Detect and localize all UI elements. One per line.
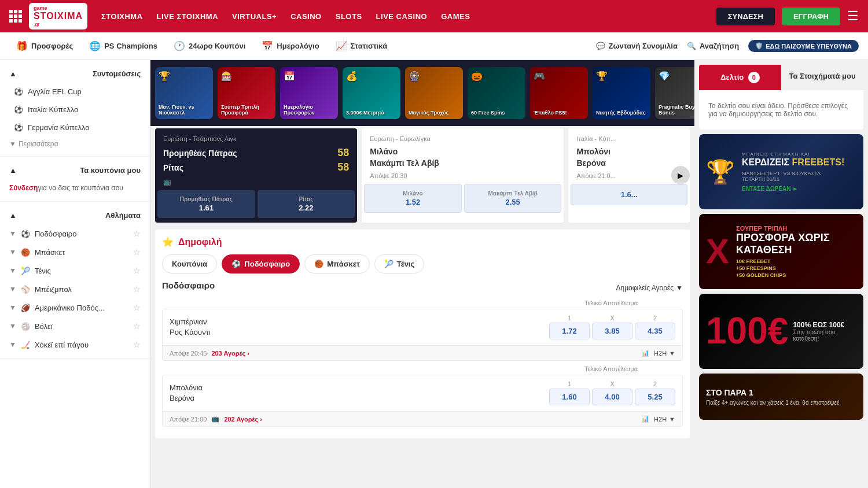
nav-virtuals[interactable]: VIRTUALS+ [232,12,277,21]
fav-tennis-icon[interactable]: ☆ [133,266,141,275]
promo-card-icon-wheel: 🎡 [409,71,420,82]
search-icon: 🔍 [687,42,696,50]
grid-icon[interactable] [9,10,22,23]
coupons-chevron-up: ▲ [9,166,17,175]
fav-football-icon[interactable]: ☆ [133,229,141,238]
live-chat-button[interactable]: 💬 Ζωντανή Συνομιλία [596,42,678,50]
promo-card-label-pragmatic: Pragmatic Buy Bonus [659,104,694,116]
odd-btn-2-2[interactable]: 5.25 [635,389,675,405]
nav-prosfores[interactable]: 🎁 Προσφορές [9,37,80,55]
odd-btn-x-1[interactable]: 3.85 [592,323,632,339]
odd1-btn-2[interactable]: Μιλάνο 1.52 [364,184,462,213]
fav-basketball-icon[interactable]: ☆ [133,247,141,257]
sport-hockey[interactable]: ▼ 🏒 Χόκεϊ επί πάγου ☆ [0,335,150,354]
nav-ps-champions[interactable]: 🌐 PS Champions [82,37,164,55]
promo-card-label-wheel: Μαγικός Τροχός [409,110,459,116]
sport-basketball[interactable]: ▼ 🏀 Μπάσκετ ☆ [0,243,150,261]
nav-live-stoixima[interactable]: LIVE ΣΤΟΙΧΗΜΑ [157,12,219,21]
coupon-login-link[interactable]: Σύνδεση [9,184,38,192]
promo-card-ps5[interactable]: 🎮 Έπαθλο PS5! [530,67,588,119]
statistika-icon: 📈 [336,40,347,51]
tab-football[interactable]: ⚽ Ποδόσφαιρο [222,254,300,273]
tab-basketball[interactable]: 🏀 Μπάσκετ [304,254,370,273]
nav-games[interactable]: GAMES [441,12,470,21]
fav-volleyball-icon[interactable]: ☆ [133,321,141,331]
banner-triple[interactable]: X ΣΟΥΠΕΡ ΤΡΙΠΛΗ ΠΡΟΣΦΟΡΑ ΧΩΡΙΣΚΑΤΑΘΕΣΗ 1… [699,214,863,289]
sports-header[interactable]: ▲ Αθλήματα [0,206,150,224]
promo-card-triple[interactable]: 🎰 Σούπερ Τριπλή Προσφορά [218,67,275,119]
time-2: Απόψε 20:30 [370,172,556,179]
sport-football[interactable]: ▼ ⚽ Ποδόσφαιρο ☆ [0,224,150,243]
odd-btn-2-1[interactable]: 4.35 [635,323,675,339]
more-shortcuts[interactable]: ▼ Περισσότερα [0,136,150,151]
bet-slip-tab-my-bets[interactable]: Τα Στοιχήματά μου [781,65,863,90]
promo-card-freespins[interactable]: 🎃 60 Free Spins [468,67,525,119]
odd2-val-1: 2.22 [260,204,353,212]
promo-card-winner[interactable]: 🏆 Νικητής Εβδομάδας [593,67,650,119]
odd1-label-1: Προμηθέας Πάτρας [160,196,253,202]
tab-tennis[interactable]: 🎾 Τένις [374,254,424,273]
team1-3: Μπολόνι [576,147,610,156]
hamburger-icon[interactable]: ☰ [847,9,859,24]
sidebar-item-england-efl[interactable]: ⚽ Αγγλία EFL Cup [0,83,150,101]
sport-tennis[interactable]: ▼ 🎾 Τένις ☆ [0,261,150,280]
sport-section-title: Ποδόσφαιρο [162,280,215,290]
odd-btn-x-2[interactable]: 4.00 [592,389,632,405]
bet-slip-tab-deltio[interactable]: Δελτίο 0 [699,65,781,90]
sidebar-item-germany-cup[interactable]: ⚽ Γερμανία Κύπελλο [0,119,150,136]
h2h-btn-1[interactable]: H2H ▼ [654,350,675,357]
promo-card-calendar[interactable]: 📅 Ημερολόγιο Προσφορών [280,67,338,119]
sidebar-item-italy-cup[interactable]: ⚽ Ιταλία Κύπελλο [0,101,150,119]
star-icon: ⭐ [162,236,174,247]
odd2-btn-2[interactable]: Μακάμπι Τελ Αβίβ 2.55 [464,184,562,213]
sport-volleyball[interactable]: ▼ 🏐 Βόλεϊ ☆ [0,317,150,335]
nav-casino[interactable]: CASINO [290,12,322,21]
match-markets-1[interactable]: 203 Αγορές › [211,350,249,357]
league-3: Ιταλία - Κύπ... [576,135,682,142]
my-coupons-header[interactable]: ▲ Τα κουπόνια μου [0,161,150,179]
promo-card-label-freespins: 60 Free Spins [471,110,522,116]
fav-beizbol-icon[interactable]: ☆ [133,284,141,294]
banner-para1[interactable]: ΣΤΟ ΠΑΡΑ 1 Παίξε 4+ αγώνες και αν χάσεις… [699,374,863,420]
hockey-icon: 🏒 [21,341,30,349]
register-button[interactable]: ΕΓΓΡΑΦΗ [782,8,840,25]
nav-live-casino[interactable]: LIVE CASINO [376,12,428,21]
odd-btn-1-1[interactable]: 1.72 [549,323,590,339]
chat-icon: 💬 [596,42,605,50]
promo-card-pragmatic[interactable]: 💎 Pragmatic Buy Bonus [655,67,694,119]
nav-24wro[interactable]: 🕐 24ωρο Κουπόνι [167,37,252,55]
fav-american-football-icon[interactable]: ☆ [133,303,141,312]
arrow-right-icon[interactable]: ▶ [671,166,690,184]
match-header-2: Τελικό Αποτέλεσμα [162,365,683,375]
shortcuts-section: ▲ Συντομεύσεις ⚽ Αγγλία EFL Cup ⚽ Ιταλία… [0,60,150,157]
banner-ps-cta[interactable]: ΕΝΤΑΣΕ ΔΩΡΕΑΝ ► [742,186,856,192]
sport-beizbol[interactable]: ▼ ⚾ Μπέιζμπολ ☆ [0,280,150,298]
promo-card-cash[interactable]: 💰 3.000€ Μετρητά [343,67,400,119]
shortcuts-header[interactable]: ▲ Συντομεύσεις [0,65,150,83]
banner-ps-title: ΚΕΡΔΙΖΕΙΣ FREEBETS! [742,157,856,168]
match-markets-2[interactable]: 202 Αγορές › [224,416,262,423]
logo[interactable]: game STOIXIMA .gr [29,3,87,29]
search-button[interactable]: 🔍 Αναζήτηση [687,42,739,50]
sport-american-football[interactable]: ▼ 🏈 Αμερικάνικο Ποδός... ☆ [0,298,150,317]
h2h-btn-2[interactable]: H2H ▼ [654,416,675,423]
promo-card-wheel[interactable]: 🎡 Μαγικός Τροχός [405,67,463,119]
nav-slots[interactable]: SLOTS [336,12,362,21]
match-footer-left-2: Απόψε 21:00 📺 202 Αγορές › [170,415,262,423]
fav-hockey-icon[interactable]: ☆ [133,340,141,349]
odd-cell-2-1: 2 4.35 [635,315,675,339]
odd-btn-1-2[interactable]: 1.60 [549,389,590,405]
banner-ps-champions[interactable]: 🏆 ΜΠΑΙΝΕΙΣ ΣΤΗ ΜΑΧΗ ΚΑΙ ΚΕΡΔΙΖΕΙΣ FREEBE… [699,134,863,209]
odd2-btn-1[interactable]: Ρίτας 2.22 [258,190,355,218]
banner-100[interactable]: 100 € 100% ΕΩΣ 100€ Στην πρώτη σου κατάθ… [699,294,863,369]
login-button[interactable]: ΣΥΝΔΕΣΗ [716,8,775,25]
nav-statistika[interactable]: 📈 Στατιστικά [329,37,395,55]
promo-card-ps-champions[interactable]: 🏆 Μαν. Γιουν. vs Νιούκαστλ [155,67,213,119]
nav-stoixima[interactable]: ΣΤΟΙΧΗΜΑ [101,12,143,21]
league-1: Ευρώπη - Τσάμπιονς Λιγκ [163,135,349,142]
tab-coupons[interactable]: Κουπόνια [162,254,217,273]
popular-markets-dropdown[interactable]: Δημοφιλείς Αγορές ▼ [616,284,683,292]
odd1-btn-3[interactable]: 1.6... [571,184,687,205]
odd1-btn-1[interactable]: Προμηθέας Πάτρας 1.61 [157,190,255,218]
nav-imerologio[interactable]: 📅 Ημερολόγιο [255,37,326,55]
